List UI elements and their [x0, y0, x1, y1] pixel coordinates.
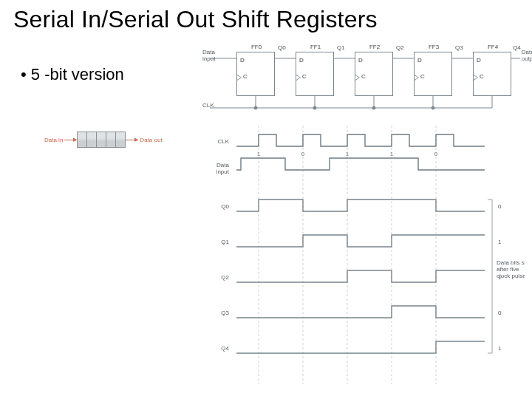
svg-text:1: 1 [390, 151, 394, 157]
concept-cells [77, 132, 126, 148]
q-label: Q4 [513, 44, 521, 51]
svg-point-12 [254, 106, 257, 109]
concept-in-label: Data in [44, 137, 63, 143]
page-title: Serial In/Serial Out Shift Registers [13, 6, 378, 33]
svg-text:0: 0 [498, 203, 502, 210]
svg-text:Q1: Q1 [221, 239, 229, 245]
cell [86, 132, 97, 148]
svg-text:input: input [216, 168, 230, 175]
data-input-label: Datainput [202, 49, 215, 62]
svg-text:Q3: Q3 [221, 310, 229, 316]
svg-text:Q4: Q4 [221, 345, 229, 352]
q-label: Q2 [396, 44, 404, 51]
svg-text:1: 1 [498, 239, 502, 245]
q-label: Q3 [455, 44, 463, 51]
svg-text:1: 1 [257, 151, 261, 157]
circuit-wires [202, 43, 525, 111]
bullet-item: 5 -bit version [21, 65, 124, 84]
svg-text:after five: after five [497, 266, 519, 273]
q-label: Q0 [278, 44, 286, 51]
clk-label: CLK [202, 102, 214, 109]
svg-text:Q0: Q0 [221, 203, 229, 210]
svg-text:0: 0 [498, 310, 502, 316]
cell [106, 132, 116, 148]
svg-text:Q2: Q2 [221, 274, 229, 281]
svg-text:0: 0 [434, 151, 438, 157]
concept-block: Data in Data out [43, 129, 174, 151]
svg-text:Data: Data [216, 162, 229, 168]
concept-out-label: Data out [140, 137, 162, 143]
data-output-label: Dataoutput [522, 49, 532, 62]
svg-text:CLK: CLK [217, 138, 229, 145]
svg-text:Data bits stored: Data bits stored [497, 259, 525, 266]
arrow-right-icon [126, 137, 138, 143]
svg-text:1: 1 [498, 345, 502, 352]
svg-point-15 [432, 106, 434, 109]
svg-text:clock pulses: clock pulses [497, 273, 525, 279]
timing-diagram: CLKDatainput10110Q0Q1Q2Q3Q401101Data bit… [202, 118, 525, 392]
svg-point-13 [313, 106, 316, 109]
cell [77, 132, 87, 148]
circuit-diagram: FF0 D C FF1 D C FF2 D C FF3 D C FF4 D C [202, 43, 525, 111]
cell [96, 132, 106, 148]
cell [115, 132, 126, 148]
svg-text:1: 1 [346, 151, 349, 157]
svg-text:0: 0 [301, 151, 305, 157]
arrow-right-icon [64, 137, 77, 143]
q-label: Q1 [337, 44, 345, 51]
svg-point-14 [372, 106, 375, 109]
